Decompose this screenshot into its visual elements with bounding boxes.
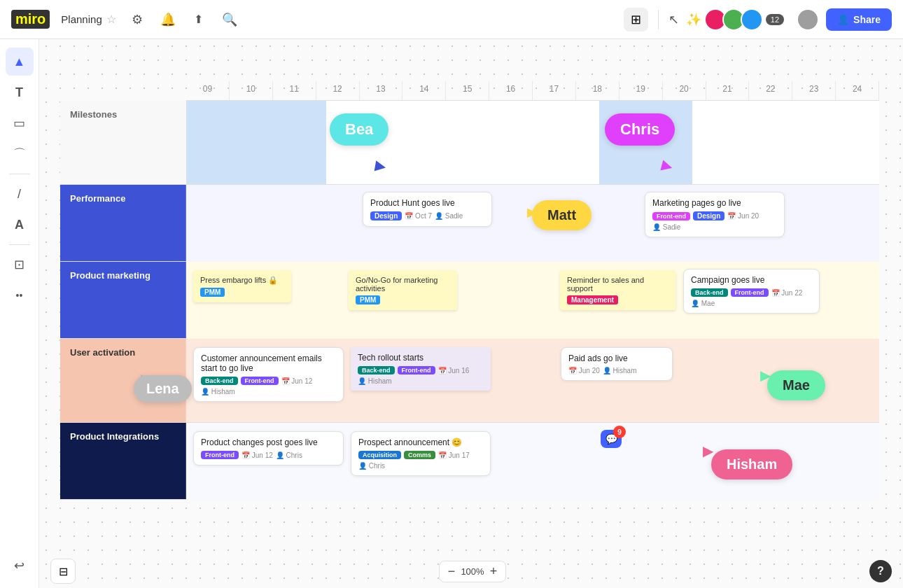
zoom-in-button[interactable]: +	[490, 564, 498, 579]
bubble-hisham: Hisham	[711, 449, 792, 479]
col-20: 20	[663, 81, 706, 100]
chat-icon-2[interactable]: 💬 9	[601, 430, 622, 448]
tag-management: Management	[567, 295, 618, 304]
avatar-3	[741, 8, 763, 31]
card-prospect-announcement-tags: Acquisition Comms 📅 Jun 17 👤 Chris	[358, 451, 483, 470]
card-paid-ads-user: 👤 Hisham	[603, 367, 637, 374]
sticky-tool[interactable]: ▭	[6, 109, 34, 137]
card-customer-date: 📅 Jun 12	[281, 377, 313, 385]
card-product-hunt-title: Product Hunt goes live	[370, 198, 484, 208]
card-product-changes-tags: Front-end 📅 Jun 12 👤 Chris	[201, 451, 336, 459]
tag-frontend-4: Front-end	[398, 366, 435, 374]
tag-frontend-3: Front-end	[241, 377, 279, 385]
card-marketing-pages-tags: Front-end Design 📅 Jun 20 👤 Sadie	[652, 211, 777, 231]
frame-tool[interactable]: ⊡	[6, 251, 34, 279]
share-button[interactable]: 👤 Share	[826, 8, 892, 31]
bottom-bar: ⊟ − 100% + ?	[39, 554, 903, 588]
tag-backend-1: Back-end	[691, 288, 728, 297]
notifications-icon[interactable]: 🔔	[158, 10, 178, 29]
col-10: 10	[230, 81, 273, 100]
board-canvas[interactable]: 09 10 11 12 13 14 15 16 17 18 19 20 21 2…	[39, 39, 903, 588]
row-product-integrations-label: Product Integrations	[60, 423, 186, 499]
sticky-press-embargo[interactable]: Press embargo lifts 🔒 PMM	[193, 270, 291, 302]
text-format-tool[interactable]: A	[6, 211, 34, 239]
card-marketing-pages[interactable]: Marketing pages go live Front-end Design…	[645, 192, 785, 237]
col-13: 13	[360, 81, 403, 100]
row-user-activation: User activation ▶ Lena Customer announce…	[60, 339, 879, 423]
card-marketing-pages-date: 📅 Jun 20	[727, 212, 759, 220]
card-prospect-announcement-title: Prospect announcement 😊	[358, 438, 483, 447]
panel-toggle-button[interactable]: ⊟	[50, 559, 76, 584]
col-22: 22	[749, 81, 792, 100]
sticky-reminder[interactable]: Reminder to sales and support Management	[560, 270, 676, 310]
help-button[interactable]: ?	[869, 560, 892, 582]
bubble-mae: Mae	[767, 370, 825, 400]
card-prospect-announcement[interactable]: Prospect announcement 😊 Acquisition Comm…	[351, 431, 491, 476]
zoom-level: 100%	[461, 566, 484, 577]
text-tool[interactable]: T	[6, 78, 34, 106]
col-09: 09	[186, 81, 230, 100]
sticky-go-nogo[interactable]: Go/No-Go for marketing activities PMM	[349, 270, 457, 310]
tag-frontend-5: Front-end	[201, 451, 239, 459]
card-product-changes[interactable]: Product changes post goes live Front-end…	[193, 431, 344, 465]
card-campaign-live[interactable]: Campaign goes live Back-end Front-end 📅 …	[683, 269, 820, 314]
row-user-activation-cells: ▶ Lena Customer announcement emails star…	[186, 339, 879, 422]
row-milestones-label: Milestones	[60, 101, 186, 184]
col-12: 12	[316, 81, 360, 100]
zoom-out-button[interactable]: −	[448, 564, 456, 579]
undo-tool[interactable]: ↩	[6, 552, 34, 580]
col-14: 14	[402, 81, 446, 100]
row-milestones-cells: Bea ▶ Chris ▶	[186, 101, 879, 184]
settings-icon[interactable]: ⚙	[127, 10, 147, 29]
card-product-hunt-user: 👤 Sadie	[435, 212, 463, 220]
board-title: Planning ☆	[61, 13, 115, 26]
bubble-matt: Matt	[532, 200, 592, 230]
card-product-changes-user: 👤 Chris	[276, 451, 302, 459]
card-paid-ads-tags: 📅 Jun 20 👤 Hisham	[568, 367, 665, 374]
upload-icon[interactable]: ⬆	[189, 10, 209, 29]
row-milestones: Milestones Bea ▶ Chris ▶	[60, 101, 879, 185]
select-tool[interactable]: ▲	[6, 48, 34, 76]
tag-pmm-1: PMM	[200, 288, 225, 297]
card-tech-rollout[interactable]: Tech rollout starts Back-end Front-end 📅…	[351, 347, 491, 391]
col-24: 24	[836, 81, 879, 100]
row-product-integrations-cells: 💬 9 Product changes post goes live Front…	[186, 423, 879, 500]
avatar-count: 12	[766, 14, 784, 25]
card-tech-rollout-tags: Back-end Front-end 📅 Jun 16 👤 Hisham	[358, 366, 484, 385]
tag-comms: Comms	[404, 451, 435, 459]
col-17: 17	[533, 81, 576, 100]
col-15: 15	[446, 81, 489, 100]
avatar-cluster: 12	[708, 8, 784, 31]
zoom-controls: − 100% +	[439, 561, 506, 582]
tag-frontend-1: Front-end	[652, 212, 690, 220]
grid-view-button[interactable]: ⊞	[624, 8, 648, 31]
matt-cursor: ▶	[527, 204, 537, 220]
search-icon[interactable]: 🔍	[220, 10, 239, 29]
card-prospect-user: 👤 Chris	[358, 462, 385, 470]
star-icon[interactable]: ☆	[106, 13, 116, 26]
shapes-tool[interactable]: ⌒	[6, 140, 34, 168]
card-product-changes-title: Product changes post goes live	[201, 438, 336, 447]
topbar-left: miro Planning ☆ ⚙ 🔔 ⬆ 🔍	[11, 10, 239, 29]
card-product-changes-date: 📅 Jun 12	[241, 451, 273, 459]
chat-badge-count: 9	[613, 426, 626, 438]
card-product-hunt[interactable]: Product Hunt goes live Design 📅 Oct 7 👤 …	[363, 192, 492, 227]
more-tools[interactable]: ••	[6, 281, 34, 309]
bubble-chris: Chris	[605, 113, 675, 146]
row-performance-label: Performance	[60, 185, 186, 261]
row-product-marketing-label: Product marketing	[60, 262, 186, 338]
card-customer-user: 👤 Hisham	[201, 388, 235, 396]
hisham-cursor: ▶	[703, 442, 713, 459]
card-customer-announcement[interactable]: Customer announcement emails start to go…	[193, 347, 344, 402]
card-marketing-pages-title: Marketing pages go live	[652, 198, 777, 208]
card-campaign-live-tags: Back-end Front-end 📅 Jun 22 👤 Mae	[691, 288, 812, 307]
bubble-bea: Bea	[330, 113, 388, 146]
row-performance: Performance 💬 Product Hunt goes live Des…	[60, 185, 879, 262]
toolbar-separator-1	[9, 174, 30, 174]
tag-backend-2: Back-end	[201, 377, 238, 385]
share-icon: 👤	[837, 14, 849, 25]
card-paid-ads[interactable]: Paid ads go live 📅 Jun 20 👤 Hisham	[561, 347, 673, 381]
col-19: 19	[620, 81, 663, 100]
milestone-band-1	[186, 101, 326, 184]
pen-tool[interactable]: /	[6, 180, 34, 208]
